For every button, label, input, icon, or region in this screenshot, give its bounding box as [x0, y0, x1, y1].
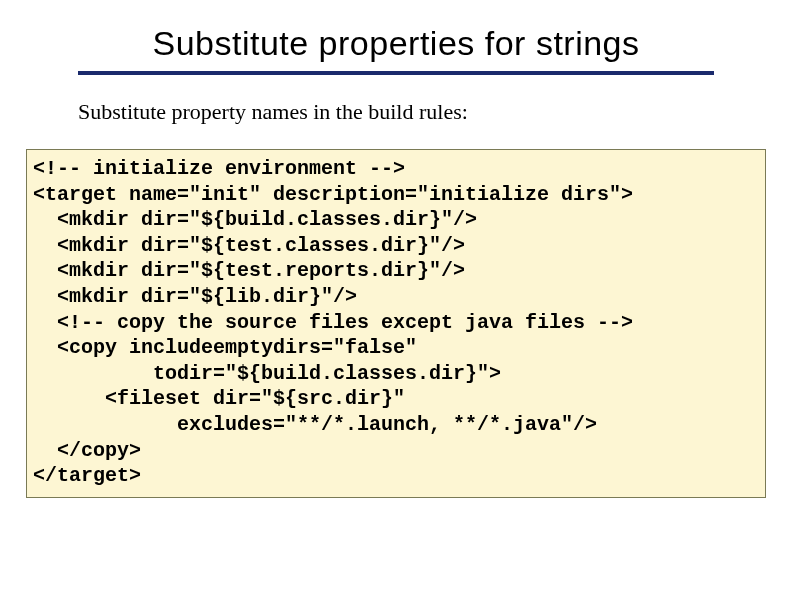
slide-subtitle: Substitute property names in the build r…: [78, 99, 772, 125]
title-underline: [78, 71, 714, 75]
slide: Substitute properties for strings Substi…: [0, 0, 792, 518]
slide-title: Substitute properties for strings: [20, 24, 772, 63]
code-block: <!-- initialize environment --> <target …: [26, 149, 766, 498]
